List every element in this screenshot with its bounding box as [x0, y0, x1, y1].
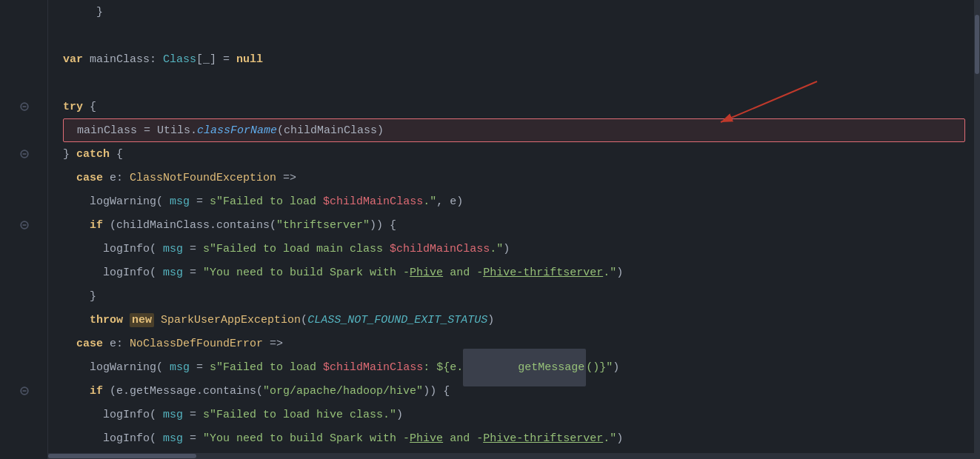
- token-indent4: [63, 267, 103, 279]
- code-line-case1: case e: ClassNotFoundException =>: [63, 166, 965, 190]
- token-indent4b: [63, 409, 103, 421]
- token-str5: s"Failed to load hive class.": [203, 409, 396, 421]
- token-new: new: [130, 313, 154, 327]
- code-line-loginfo1: logInfo( msg = s"Failed to load main cla…: [63, 237, 965, 261]
- vertical-scrollbar-thumb[interactable]: [975, 15, 979, 74]
- gutter-line-11: [0, 237, 48, 261]
- token-if1-close: )) {: [370, 219, 396, 232]
- gutter-fold-try[interactable]: [0, 95, 48, 118]
- token-indent4c: [63, 432, 103, 445]
- token-indent: [64, 124, 77, 137]
- token-str6b: and -: [443, 432, 483, 445]
- code-line-loginfo3: logInfo( msg = s"Failed to load hive cla…: [63, 403, 965, 426]
- token-arrow2: =>: [263, 338, 283, 350]
- token-eq2: =: [183, 243, 203, 255]
- token-close4: ): [613, 361, 619, 374]
- token-brace1: }: [90, 290, 96, 303]
- token-li4: logInfo(: [103, 432, 163, 445]
- token-class-type: Class: [163, 53, 196, 66]
- token-arrow1: =>: [276, 172, 296, 184]
- code-editor: } var mainClass: Class [_] = null try { …: [0, 0, 980, 459]
- code-line-blank2: [63, 71, 965, 95]
- token-str6c: .": [603, 432, 616, 445]
- token-indent: [63, 172, 76, 184]
- token-close5: ): [396, 409, 403, 421]
- gutter-fold-if2[interactable]: [0, 379, 48, 403]
- gutter-fold-catch[interactable]: [0, 142, 48, 166]
- code-line-1: }: [63, 0, 965, 24]
- token-msg4: msg: [170, 361, 190, 374]
- token-close2: ): [503, 243, 510, 255]
- token-li3: logInfo(: [103, 409, 163, 421]
- token-str1b: .": [423, 195, 436, 208]
- token-logwarn1: logWarning(: [90, 195, 170, 208]
- token-catch: catch: [76, 148, 110, 161]
- gutter-line-13: [0, 284, 48, 308]
- code-line-logwarn1: logWarning( msg = s"Failed to load $chil…: [63, 190, 965, 213]
- token-dvar2: $childMainClass: [390, 243, 490, 255]
- code-line-closebrace1: }: [63, 284, 965, 308]
- token-loginfo1: logInfo(: [103, 243, 163, 255]
- token-str3b: and -: [443, 267, 483, 279]
- token-if1-cond: (childMainClass.contains(: [103, 219, 276, 232]
- token-indent3: [63, 219, 90, 232]
- gutter-line-4: [0, 71, 48, 95]
- token-mainclass: mainClass = Utils.: [77, 124, 197, 137]
- token-msg3: msg: [163, 267, 183, 279]
- horizontal-scrollbar[interactable]: [48, 453, 980, 459]
- gutter-line-6: [0, 118, 48, 142]
- gutter-line-2: [0, 24, 48, 47]
- token-eq6: =: [183, 432, 203, 445]
- token-case2: case: [76, 338, 103, 350]
- token-indent3: [63, 195, 90, 208]
- token-hadoop-str: "org/apache/hadoop/hive": [263, 385, 423, 398]
- token-space: mainClass:: [83, 53, 163, 66]
- horizontal-scrollbar-thumb[interactable]: [48, 454, 196, 458]
- token-str1: s"Failed to load: [210, 195, 323, 208]
- code-line-var: var mainClass: Class [_] = null: [63, 47, 965, 71]
- token-phive4: Phive-thriftserver: [483, 432, 603, 445]
- gutter-line-16: [0, 355, 48, 379]
- token-brace: }: [63, 6, 103, 19]
- token-if2-cond: (e.getMessage.contains(: [103, 385, 263, 398]
- code-line-try: try {: [63, 95, 965, 118]
- token-call: (childMainClass): [277, 124, 384, 137]
- gutter-line-3: [0, 47, 48, 71]
- line-gutter: [0, 0, 48, 459]
- token-if2-close: )) {: [423, 385, 450, 398]
- token-indent3c: [63, 385, 90, 398]
- token-str3: "You need to build Spark with -: [203, 267, 410, 279]
- code-line-loginfo2: logInfo( msg = "You need to build Spark …: [63, 261, 965, 284]
- gutter-fold-if1[interactable]: [0, 213, 48, 237]
- token-eq4: =: [190, 361, 210, 374]
- token-exception1: ClassNotFoundException: [130, 172, 276, 184]
- token-str3c: .": [603, 267, 616, 279]
- token-phive2: Phive-thriftserver: [483, 267, 603, 279]
- token-try: try: [63, 101, 83, 113]
- token-indent3: [63, 290, 90, 303]
- token-close-try: }: [63, 148, 76, 161]
- gutter-line-20: [0, 450, 48, 459]
- code-line-throw: throw new SparkUserAppException ( CLASS_…: [63, 308, 965, 332]
- token-case1-rest: e:: [103, 172, 130, 184]
- token-close6: ): [616, 432, 623, 445]
- token-var: var: [63, 53, 83, 66]
- token-indent4: [63, 243, 103, 255]
- token-eq5: =: [183, 409, 203, 421]
- token-null: null: [236, 53, 263, 66]
- gutter-line-15: [0, 332, 48, 355]
- token-msg5: msg: [163, 409, 183, 421]
- code-line-logwarn2: logWarning( msg = s"Failed to load $chil…: [63, 355, 965, 379]
- token-catch-brace: {: [110, 148, 123, 161]
- token-thrift-str: "thriftserver": [276, 219, 370, 232]
- token-exception2: NoClassDefFoundError: [130, 338, 263, 350]
- code-line-loginfo4: logInfo( msg = "You need to build Spark …: [63, 426, 965, 450]
- token-str4c: ()}": [586, 361, 613, 374]
- token-str2b: .": [490, 243, 503, 255]
- token-indent3: [63, 314, 90, 326]
- token-phive1: Phive: [410, 267, 443, 279]
- token-dvar3: $childMainClass: [323, 361, 423, 374]
- token-loginfo2: logInfo(: [103, 267, 163, 279]
- vertical-scrollbar[interactable]: [974, 0, 980, 453]
- token-dvar1: $childMainClass: [323, 195, 423, 208]
